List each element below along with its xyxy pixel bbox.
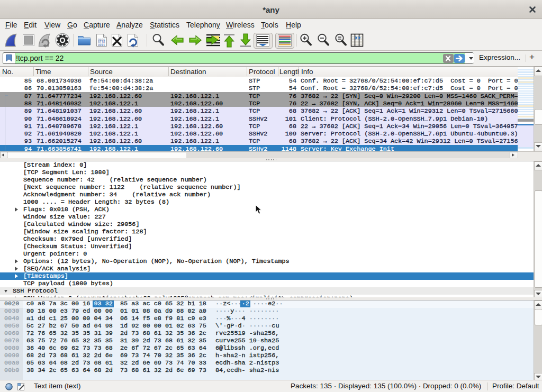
- svg-text:0011: 0011: [98, 43, 105, 47]
